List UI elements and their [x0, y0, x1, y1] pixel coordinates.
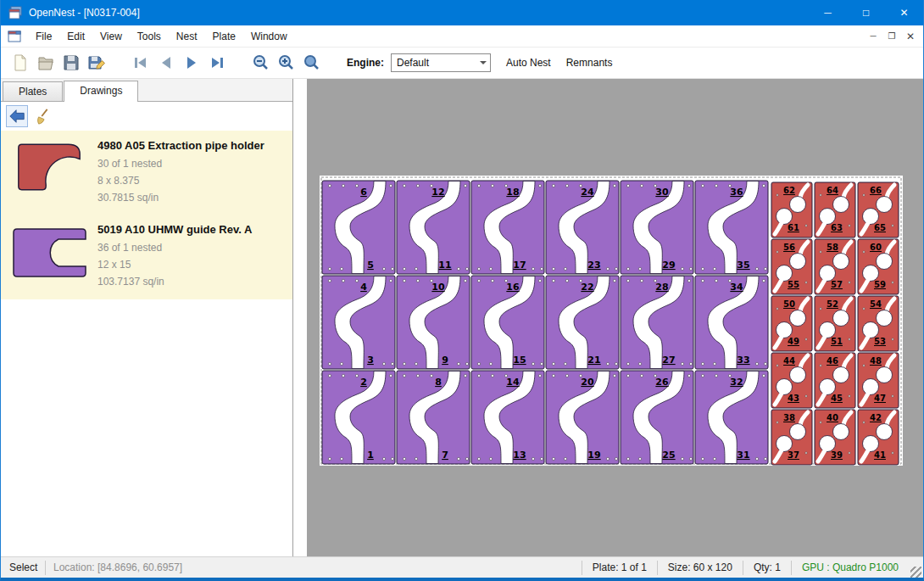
nest-cell-red[interactable]: 5857	[815, 239, 855, 294]
main-area: Plates Drawings	[1, 79, 923, 556]
nest-cell-red[interactable]: 4443	[771, 353, 812, 408]
part-number: 65	[874, 223, 886, 232]
part-number: 8	[435, 377, 442, 388]
nest-cell-red[interactable]: 4645	[815, 353, 855, 408]
send-to-nest-button[interactable]	[6, 105, 28, 127]
nest-canvas[interactable]: 6512111817242330293635431091615222128273…	[293, 79, 923, 556]
nest-cell-red[interactable]: 5251	[815, 296, 855, 351]
part-number: 14	[506, 377, 520, 388]
part-number: 47	[874, 394, 886, 403]
drawing-title: 5019 A10 UHMW guide Rev. A	[97, 223, 286, 236]
nest-cell-purple[interactable]: 2019	[546, 371, 619, 464]
engine-label: Engine:	[347, 57, 384, 69]
drawing-area: 103.7137 sq/in	[97, 274, 286, 291]
nest-cell-purple[interactable]: 1211	[397, 181, 470, 274]
drawing-nested: 36 of 1 nested	[97, 240, 286, 257]
nest-cell-purple[interactable]: 43	[322, 276, 395, 369]
nest-cell-red[interactable]: 6261	[771, 182, 812, 237]
mdi-minimize-button[interactable]: ─	[864, 28, 882, 45]
part-number: 7	[442, 450, 448, 461]
minimize-button[interactable]: ─	[809, 0, 847, 25]
nest-cell-purple[interactable]: 3433	[695, 276, 768, 369]
maximize-button[interactable]: □	[847, 0, 885, 25]
mdi-close-button[interactable]: ✕	[901, 28, 920, 45]
menu-file[interactable]: File	[28, 27, 59, 46]
part-number: 31	[737, 450, 749, 461]
nest-cell-purple[interactable]: 1413	[471, 371, 544, 464]
last-plate-button[interactable]	[204, 50, 230, 75]
mdi-restore-button[interactable]: ❐	[882, 28, 901, 45]
status-gpu: GPU : Quadro P1000	[792, 561, 909, 573]
part-number: 5	[367, 260, 374, 271]
remnants-button[interactable]: Remnants	[566, 57, 613, 69]
menu-view[interactable]: View	[92, 27, 130, 46]
close-button[interactable]: ✕	[885, 0, 923, 25]
part-number: 13	[513, 450, 526, 461]
zoom-extents-button[interactable]	[299, 50, 325, 75]
titlebar: OpenNest - [N0317-004] ─ □ ✕	[1, 0, 923, 25]
menu-edit[interactable]: Edit	[59, 27, 92, 46]
menu-window[interactable]: Window	[243, 27, 295, 46]
nest-cell-red[interactable]: 4241	[858, 410, 899, 465]
first-arrow-icon	[131, 53, 150, 72]
nest-cell-purple[interactable]: 1817	[471, 181, 544, 274]
part-number: 15	[513, 355, 526, 366]
mdi-window-controls: ─ ❐ ✕	[864, 28, 920, 45]
canvas-background[interactable]: 6512111817242330293635431091615222128273…	[307, 79, 923, 556]
save-as-button[interactable]	[84, 50, 109, 75]
tab-plates[interactable]: Plates	[3, 81, 63, 101]
nest-cell-purple[interactable]: 2221	[546, 276, 619, 369]
menu-tools[interactable]: Tools	[130, 27, 169, 46]
nest-cell-red[interactable]: 4847	[858, 353, 899, 408]
tab-drawings[interactable]: Drawings	[64, 81, 138, 102]
nest-cell-purple[interactable]: 3029	[621, 181, 693, 274]
first-plate-button[interactable]	[128, 50, 153, 75]
nest-cell-red[interactable]: 6463	[815, 182, 855, 237]
nest-cell-red[interactable]: 5655	[771, 239, 812, 294]
drawing-item-extraction-pipe-holder[interactable]: 4980 A05 Extraction pipe holder 30 of 1 …	[1, 131, 292, 215]
next-plate-button[interactable]	[179, 50, 204, 75]
menu-nest[interactable]: Nest	[169, 27, 205, 46]
resize-grip[interactable]	[910, 567, 921, 578]
nest-cell-purple[interactable]: 65	[322, 181, 395, 274]
nest-cell-red[interactable]: 5453	[858, 296, 899, 351]
drawing-item-uhmw-guide[interactable]: 5019 A10 UHMW guide Rev. A 36 of 1 neste…	[1, 215, 292, 299]
part-number: 32	[730, 377, 743, 388]
nest-cell-red[interactable]: 5049	[771, 296, 812, 351]
nest-cell-purple[interactable]: 87	[397, 371, 470, 464]
nest-cell-purple[interactable]: 1615	[471, 276, 544, 369]
nest-cell-red[interactable]: 4039	[815, 410, 855, 465]
nest-cell-red[interactable]: 3837	[771, 410, 812, 465]
part-number: 10	[431, 282, 445, 293]
clean-button[interactable]	[33, 105, 55, 127]
nest-plate-svg[interactable]: 6512111817242330293635431091615222128273…	[320, 176, 903, 466]
menu-plate[interactable]: Plate	[205, 27, 243, 46]
nest-cell-purple[interactable]: 2625	[621, 371, 693, 464]
zoom-in-button[interactable]	[274, 50, 299, 75]
zoom-out-button[interactable]	[248, 50, 274, 75]
nest-cell-purple[interactable]: 2827	[621, 276, 693, 369]
auto-nest-button[interactable]: Auto Nest	[506, 57, 551, 69]
part-number: 40	[827, 413, 838, 422]
nest-cell-red[interactable]: 6665	[858, 182, 899, 237]
app-icon	[8, 6, 22, 20]
nest-cell-purple[interactable]: 3635	[695, 181, 768, 274]
nest-cell-purple[interactable]: 2423	[546, 181, 619, 274]
previous-plate-button[interactable]	[153, 50, 179, 75]
status-size: Size: 60 x 120	[658, 561, 743, 573]
chevron-down-icon[interactable]	[476, 54, 490, 71]
part-number: 16	[506, 282, 520, 293]
nest-cell-purple[interactable]: 109	[397, 276, 470, 369]
save-button[interactable]	[58, 50, 84, 75]
new-button[interactable]	[8, 50, 33, 75]
nest-cell-purple[interactable]: 21	[322, 371, 395, 464]
nest-cell-red[interactable]: 6059	[858, 239, 899, 294]
open-button[interactable]	[33, 50, 58, 75]
part-number: 33	[737, 355, 749, 366]
nest-plate[interactable]: 6512111817242330293635431091615222128273…	[320, 176, 903, 466]
drawings-toolstrip	[1, 102, 292, 131]
part-number: 27	[662, 355, 675, 366]
engine-select[interactable]: Default	[391, 53, 491, 72]
nest-cell-purple[interactable]: 3231	[695, 371, 768, 464]
window-title: OpenNest - [N0317-004]	[29, 7, 809, 19]
